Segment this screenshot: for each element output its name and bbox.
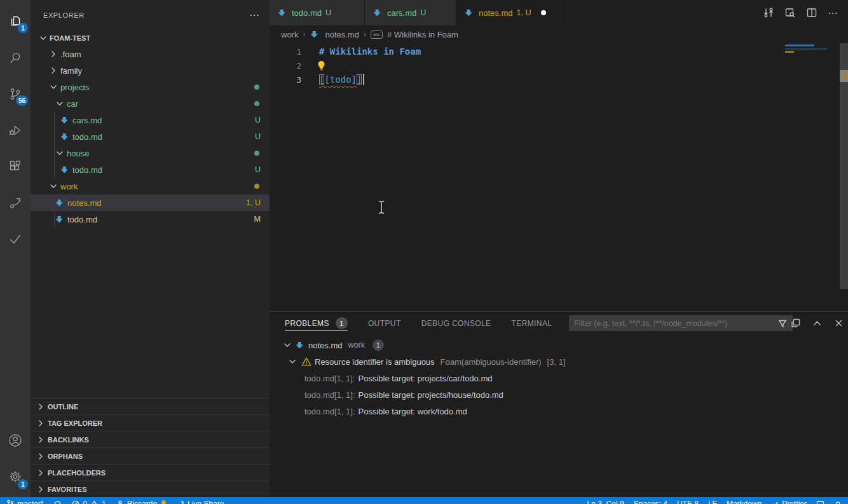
markdown-heading: # Wikilinks in Foam bbox=[319, 46, 421, 57]
tree-item-todo-md-house[interactable]: todo.md U bbox=[31, 161, 270, 178]
overview-warning-marker bbox=[844, 72, 847, 79]
chevron-right-icon bbox=[36, 418, 46, 428]
markdown-file-icon bbox=[277, 9, 287, 17]
person-icon bbox=[116, 500, 124, 504]
breadcrumb-file[interactable]: notes.md bbox=[325, 30, 359, 39]
git-status-dot bbox=[254, 101, 259, 106]
section-orphans[interactable]: ORPHANS bbox=[31, 447, 270, 464]
indentation[interactable]: Spaces: 4 bbox=[634, 500, 667, 504]
tree-item-todo-md-car[interactable]: todo.md U bbox=[31, 128, 270, 145]
error-icon bbox=[72, 500, 79, 504]
wikilink-text[interactable]: [todo] bbox=[324, 74, 357, 85]
chevron-right-icon bbox=[36, 402, 46, 412]
editor-scrollbar[interactable] bbox=[840, 43, 848, 289]
activity-live-share-button[interactable] bbox=[0, 184, 31, 221]
activity-extensions-button[interactable] bbox=[0, 148, 31, 184]
activity-run-debug-button[interactable] bbox=[0, 112, 31, 148]
chevron-right-icon bbox=[36, 435, 46, 445]
problems-status[interactable]: 0 1 bbox=[72, 500, 106, 504]
notifications-bell-icon[interactable] bbox=[834, 500, 842, 504]
tree-item-car[interactable]: car bbox=[31, 95, 270, 112]
tab-todo-md[interactable]: todo.md U bbox=[270, 0, 365, 25]
tree-item-notes-md[interactable]: notes.md 1, U bbox=[31, 194, 270, 211]
problems-related-row[interactable]: todo.md[1, 1]: Possible target: projects… bbox=[270, 386, 848, 403]
activity-bar-bottom: 1 bbox=[0, 422, 31, 494]
lightbulb-icon[interactable] bbox=[317, 60, 326, 71]
accounts-button[interactable] bbox=[0, 422, 31, 458]
markdown-file-icon bbox=[55, 215, 64, 224]
tree-item-todo-md-work[interactable]: todo.md M bbox=[31, 211, 270, 228]
sidebar-title: EXPLORER bbox=[43, 11, 85, 19]
warning-squiggle: [[todo] bbox=[319, 74, 357, 85]
tree-item-cars-md[interactable]: cars.md U bbox=[31, 112, 270, 128]
section-favorites[interactable]: FAVORITES bbox=[31, 480, 270, 497]
section-tag-explorer[interactable]: TAG EXPLORER bbox=[31, 414, 270, 431]
minimap-line-3-warning bbox=[785, 51, 794, 53]
more-actions-icon[interactable]: ⋯ bbox=[828, 7, 838, 19]
section-backlinks[interactable]: BACKLINKS bbox=[31, 431, 270, 447]
activity-explorer-button[interactable]: 1 bbox=[0, 3, 31, 39]
sync-icon bbox=[53, 500, 62, 504]
activity-search-button[interactable] bbox=[0, 39, 31, 76]
tree-item-work[interactable]: work bbox=[31, 178, 270, 194]
sync-changes-button[interactable] bbox=[53, 500, 62, 504]
live-share-user[interactable]: Riccardo bbox=[116, 500, 166, 504]
tree-item-family[interactable]: family bbox=[31, 62, 270, 79]
breadcrumb-symbol[interactable]: # Wikilinks in Foam bbox=[387, 30, 458, 39]
cursor-position[interactable]: Ln 3, Col 9 bbox=[587, 500, 624, 504]
panel-tab-debug-console[interactable]: DEBUG CONSOLE bbox=[421, 312, 491, 334]
tab-cars-md[interactable]: cars.md U bbox=[365, 0, 456, 25]
tab-notes-md[interactable]: notes.md 1, U bbox=[456, 0, 566, 25]
git-branch-status[interactable]: master* bbox=[6, 500, 43, 504]
problems-file-row[interactable]: notes.md work 1 bbox=[270, 337, 848, 353]
breadcrumb-folder[interactable]: work bbox=[281, 30, 298, 39]
activity-source-control-button[interactable]: 56 bbox=[0, 76, 31, 112]
explorer-sidebar: EXPLORER ⋯ FOAM-TEST .foam family projec… bbox=[31, 0, 270, 497]
open-preview-icon[interactable] bbox=[784, 7, 796, 18]
panel-tab-terminal[interactable]: TERMINAL bbox=[512, 312, 552, 334]
tree-item-projects[interactable]: projects bbox=[31, 79, 270, 95]
editor-group: todo.md U cars.md U notes.md 1, U ⋯ bbox=[270, 0, 848, 497]
section-placeholders[interactable]: PLACEHOLDERS bbox=[31, 464, 270, 480]
chevron-down-icon bbox=[38, 33, 48, 43]
mouse-cursor bbox=[378, 200, 385, 215]
prettier-status[interactable]: Prettier bbox=[771, 500, 807, 504]
problems-related-row[interactable]: todo.md[1, 1]: Possible target: projects… bbox=[270, 370, 848, 386]
settings-button[interactable]: 1 bbox=[0, 458, 31, 494]
activity-tasks-button[interactable] bbox=[0, 221, 31, 257]
branch-icon bbox=[6, 500, 14, 504]
encoding[interactable]: UTF-8 bbox=[677, 500, 699, 504]
problems-filter-input[interactable] bbox=[569, 319, 777, 328]
language-mode[interactable]: Markdown bbox=[727, 500, 762, 504]
status-bar: master* 0 1 Riccardo L bbox=[0, 497, 848, 504]
warning-icon bbox=[90, 500, 99, 504]
tree-item-house[interactable]: house bbox=[31, 145, 270, 161]
code-editor[interactable]: 1 # Wikilinks in Foam 2 3 [[todo]] bbox=[270, 43, 848, 311]
problems-warning-row[interactable]: Resource identifier is ambiguous Foam(am… bbox=[270, 353, 848, 370]
problems-related-row[interactable]: todo.md[1, 1]: Possible target: work/tod… bbox=[270, 403, 848, 419]
split-editor-icon[interactable] bbox=[806, 7, 817, 18]
section-outline[interactable]: OUTLINE bbox=[31, 398, 270, 414]
feedback-icon[interactable] bbox=[816, 500, 824, 504]
tree-item-dot-foam[interactable]: .foam bbox=[31, 46, 270, 62]
explorer-more-actions-icon[interactable]: ⋯ bbox=[249, 9, 259, 21]
eol-sequence[interactable]: LF bbox=[708, 500, 717, 504]
line-number: 1 bbox=[270, 47, 301, 57]
panel-maximize-icon[interactable] bbox=[812, 318, 823, 329]
away-status-dot bbox=[161, 500, 166, 504]
markdown-file-icon bbox=[310, 31, 319, 39]
code-line-1: 1 # Wikilinks in Foam bbox=[270, 44, 848, 58]
panel-restore-icon[interactable] bbox=[790, 318, 801, 329]
tree-root-foam-test[interactable]: FOAM-TEST bbox=[31, 31, 270, 46]
chevron-down-icon bbox=[55, 148, 65, 158]
markdown-file-icon bbox=[55, 199, 64, 207]
live-share-button[interactable]: Live Share bbox=[176, 500, 224, 504]
search-icon bbox=[8, 50, 23, 65]
panel-tab-problems[interactable]: PROBLEMS 1 bbox=[285, 312, 348, 334]
panel-tab-output[interactable]: OUTPUT bbox=[368, 312, 401, 334]
minimap[interactable] bbox=[785, 44, 827, 53]
unsaved-changes-dot[interactable] bbox=[541, 10, 546, 15]
open-changes-icon[interactable] bbox=[763, 7, 774, 18]
panel-close-icon[interactable] bbox=[833, 318, 844, 329]
bracket-match: ] bbox=[357, 74, 362, 85]
